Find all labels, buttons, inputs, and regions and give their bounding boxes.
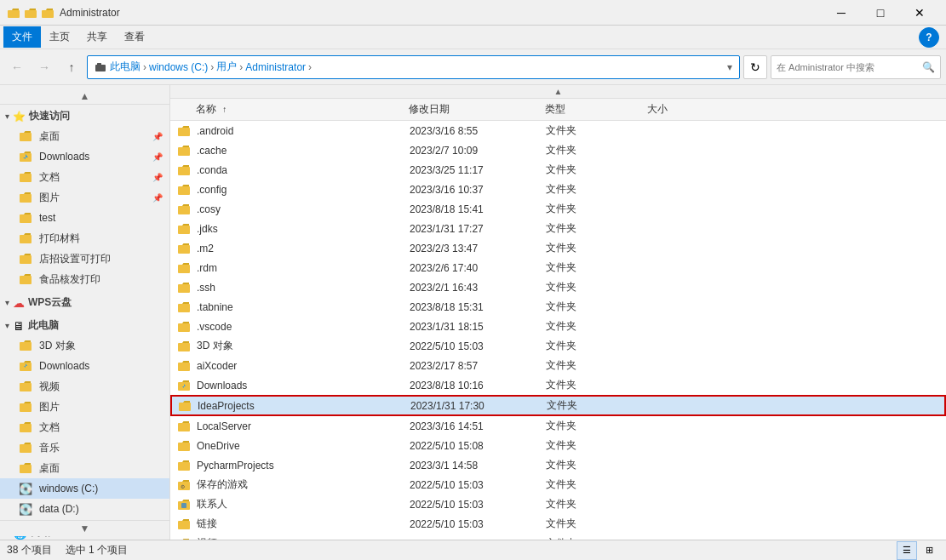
table-row[interactable]: .conda 2023/3/25 11:17 文件夹 xyxy=(170,160,946,180)
table-row[interactable]: .config 2023/3/16 10:37 文件夹 xyxy=(170,180,946,199)
table-row[interactable]: IdeaProjects 2023/1/31 17:30 文件夹 xyxy=(170,395,946,416)
sidebar-item-windows-c-label: windows (C:) xyxy=(39,483,98,494)
help-button[interactable]: ? xyxy=(919,27,939,48)
svg-rect-38 xyxy=(178,423,190,431)
svg-rect-39 xyxy=(178,443,190,451)
sidebar-section-quick-access-header[interactable]: ▾ ⭐ 快速访问 xyxy=(0,106,169,126)
col-type-header[interactable]: 类型 xyxy=(545,102,647,117)
svg-rect-25 xyxy=(178,186,190,195)
table-row[interactable]: 联系人 2022/5/10 15:03 文件夹 xyxy=(170,494,946,514)
sidebar-item-pictures-pc[interactable]: 图片 xyxy=(0,397,169,417)
table-row[interactable]: .cosy 2023/8/18 15:41 文件夹 xyxy=(170,199,946,219)
up-button[interactable]: ↑ xyxy=(60,54,83,80)
file-icon: ⚙ xyxy=(171,478,197,492)
videos-icon xyxy=(19,379,34,394)
svg-rect-2 xyxy=(42,10,54,18)
menu-item-share[interactable]: 共享 xyxy=(78,26,116,48)
sidebar-item-data-d[interactable]: 💽 data (D:) xyxy=(0,499,169,519)
svg-rect-30 xyxy=(178,284,190,293)
table-row[interactable]: 3D 对象 2022/5/10 15:03 文件夹 xyxy=(170,336,946,356)
table-row[interactable]: LocalServer 2023/3/16 14:51 文件夹 xyxy=(170,416,946,436)
search-bar[interactable]: 🔍 xyxy=(771,55,941,79)
maximize-button[interactable]: □ xyxy=(861,0,900,26)
quick-access-icon: ⭐ xyxy=(13,111,26,123)
sidebar-scroll-down[interactable]: ▼ xyxy=(0,520,169,536)
col-date-header[interactable]: 修改日期 xyxy=(409,102,545,117)
sidebar-item-windows-c[interactable]: 💽 windows (C:) xyxy=(0,478,169,499)
minimize-button[interactable]: ─ xyxy=(822,0,861,26)
table-row[interactable]: .cache 2023/2/7 10:09 文件夹 xyxy=(170,140,946,160)
table-row[interactable]: PycharmProjects 2023/3/1 14:58 文件夹 xyxy=(170,455,946,475)
sidebar-item-food-labels[interactable]: 食品核发打印 xyxy=(0,269,169,289)
table-row[interactable]: .tabnine 2023/8/18 15:31 文件夹 xyxy=(170,297,946,317)
table-row[interactable]: Downloads 2023/8/18 10:16 文件夹 xyxy=(170,375,946,395)
sidebar-section-thispc-header[interactable]: ▾ 🖥 此电脑 xyxy=(0,316,169,335)
close-button[interactable]: ✕ xyxy=(900,0,939,26)
table-row[interactable]: .jdks 2023/1/31 17:27 文件夹 xyxy=(170,219,946,238)
titlebar: Administrator ─ □ ✕ xyxy=(0,0,946,26)
address-part-admin[interactable]: Administrator xyxy=(245,61,306,73)
search-input[interactable] xyxy=(777,62,922,72)
windows-c-drive-icon: 💽 xyxy=(19,481,34,496)
file-date: 2023/8/18 15:41 xyxy=(410,203,546,215)
sidebar-item-pictures[interactable]: 图片 📌 xyxy=(0,187,169,208)
address-bar[interactable]: 此电脑 › windows (C:) › 用户 › Administrator … xyxy=(87,55,740,79)
sidebar-section-wps-header[interactable]: ▾ ☁ WPS云盘 xyxy=(0,293,169,312)
sidebar-item-documents-pc[interactable]: 文档 xyxy=(0,417,169,437)
refresh-button[interactable]: ↻ xyxy=(743,55,767,79)
svg-rect-18 xyxy=(20,403,32,412)
shop-signs-icon xyxy=(19,251,34,266)
sidebar-item-videos[interactable]: 视频 xyxy=(0,376,169,397)
file-name: .vscode xyxy=(197,321,410,333)
svg-rect-34 xyxy=(178,363,190,371)
table-row[interactable]: aiXcoder 2023/2/17 8:57 文件夹 xyxy=(170,356,946,375)
sidebar-item-desktop[interactable]: 桌面 📌 xyxy=(0,126,169,146)
sidebar-item-test[interactable]: test xyxy=(0,208,169,228)
sidebar-item-shop-signs-label: 店招设置可打印 xyxy=(39,252,111,266)
table-row[interactable]: ⚙ 保存的游戏 2022/5/10 15:03 文件夹 xyxy=(170,475,946,494)
table-row[interactable]: .m2 2023/2/3 13:47 文件夹 xyxy=(170,238,946,258)
table-row[interactable]: 视频 2023/2/22 14:13 文件夹 xyxy=(170,534,946,540)
sidebar-item-music[interactable]: 音乐 xyxy=(0,437,169,458)
file-date: 2023/2/17 8:57 xyxy=(410,360,546,372)
test-icon xyxy=(19,210,34,226)
address-part-pc[interactable]: 此电脑 xyxy=(110,60,140,74)
col-size-header[interactable]: 大小 xyxy=(647,102,732,117)
svg-rect-5 xyxy=(20,133,32,141)
table-row[interactable]: .vscode 2023/1/31 18:15 文件夹 xyxy=(170,317,946,336)
menu-item-file[interactable]: 文件 xyxy=(3,26,41,48)
file-name: .conda xyxy=(197,164,410,176)
file-name: PycharmProjects xyxy=(197,460,410,471)
pin-icon-downloads: 📌 xyxy=(152,152,163,162)
menu-item-home[interactable]: 主页 xyxy=(41,26,78,48)
sidebar-item-print-materials[interactable]: 打印材料 xyxy=(0,228,169,249)
view-details-button[interactable]: ☰ xyxy=(897,541,917,560)
col-name-header[interactable]: 名称 ↑ xyxy=(170,102,409,117)
table-row[interactable]: OneDrive 2022/5/10 15:08 文件夹 xyxy=(170,436,946,455)
table-row[interactable]: .android 2023/3/16 8:55 文件夹 xyxy=(170,121,946,140)
file-icon xyxy=(171,379,197,392)
address-part-users[interactable]: 用户 xyxy=(216,60,237,74)
sidebar-item-downloads-pc[interactable]: Downloads xyxy=(0,356,169,376)
table-row[interactable]: .ssh 2023/2/1 16:43 文件夹 xyxy=(170,277,946,297)
back-button[interactable]: ← xyxy=(5,54,29,80)
table-row[interactable]: .rdm 2023/2/6 17:40 文件夹 xyxy=(170,258,946,277)
file-icon xyxy=(171,498,197,511)
address-dropdown-arrow[interactable]: ▾ xyxy=(727,61,732,73)
titlebar-folder-icon xyxy=(7,6,54,20)
view-grid-button[interactable]: ⊞ xyxy=(919,541,939,560)
sidebar-item-documents[interactable]: 文档 📌 xyxy=(0,167,169,187)
filelist-scroll-up[interactable]: ▲ xyxy=(170,85,946,99)
menu-item-view[interactable]: 查看 xyxy=(116,26,153,48)
file-date: 2023/2/3 13:47 xyxy=(410,243,546,254)
table-row[interactable]: 链接 2022/5/10 15:03 文件夹 xyxy=(170,514,946,534)
address-part-c[interactable]: windows (C:) xyxy=(149,61,208,73)
sidebar-item-3d-objects[interactable]: 3D 对象 xyxy=(0,335,169,356)
file-icon xyxy=(171,183,197,197)
sidebar-item-downloads-quick[interactable]: Downloads 📌 xyxy=(0,146,169,167)
sidebar-item-shop-signs[interactable]: 店招设置可打印 xyxy=(0,249,169,269)
sidebar-scroll-up[interactable]: ▲ xyxy=(0,89,169,105)
svg-rect-28 xyxy=(178,245,190,254)
forward-button[interactable]: → xyxy=(32,54,56,80)
sidebar-item-desktop-pc[interactable]: 桌面 xyxy=(0,458,169,478)
